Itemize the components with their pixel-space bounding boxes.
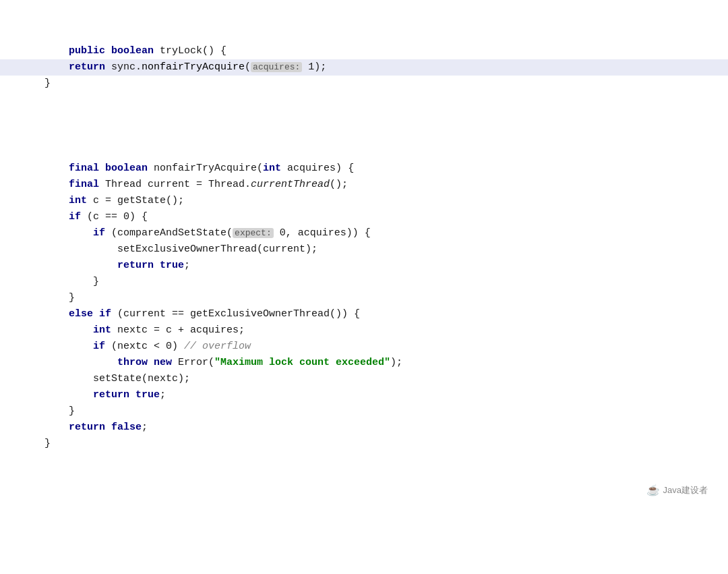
line-return-true-2: return true; [20, 389, 166, 401]
section-divider [20, 124, 708, 144]
code-container: public boolean tryLock() { return sync.n… [0, 13, 728, 511]
trylock-method: public boolean tryLock() { return sync.n… [20, 27, 708, 124]
line-if-c0: if (c == 0) { [20, 211, 148, 223]
line-int-nextc: int nextc = c + acquires; [20, 324, 245, 336]
line-else-if: else if (current == getExclusiveOwnerThr… [20, 308, 360, 320]
watermark: ☕ Java建设者 [646, 482, 708, 499]
line-setexclusive: setExclusiveOwnerThread(current); [20, 243, 317, 255]
line-close-inner-if: } [20, 276, 99, 287]
line-if-nextc-lt0: if (nextc < 0) // overflow [20, 341, 251, 352]
line-throw: throw new Error("Maximum lock count exce… [20, 357, 402, 368]
nonfairtryacquire-method: final boolean nonfairTryAcquire(int acqu… [20, 144, 708, 484]
watermark-text: Java建设者 [663, 484, 708, 498]
watermark-icon: ☕ [646, 482, 660, 499]
line-return-false: return false; [20, 422, 148, 433]
line-2-highlighted: return sync.nonfairTryAcquire(acquires: … [0, 59, 728, 76]
line-sig: final boolean nonfairTryAcquire(int acqu… [44, 163, 354, 174]
line-thread: final Thread current = Thread.currentThr… [20, 179, 348, 190]
line-close-method: } [20, 438, 51, 449]
line-close-else: } [20, 405, 75, 417]
line-compareandset: if (compareAndSetState(expect: 0, acquir… [20, 227, 371, 239]
line-close-if-c0: } [20, 292, 75, 304]
line-1: public boolean tryLock() { [44, 45, 226, 57]
line-3: } [20, 78, 51, 89]
line-return-true-1: return true; [20, 260, 190, 271]
line-int-c: int c = getState(); [20, 195, 184, 206]
line-setstate: setState(nextc); [20, 373, 190, 384]
